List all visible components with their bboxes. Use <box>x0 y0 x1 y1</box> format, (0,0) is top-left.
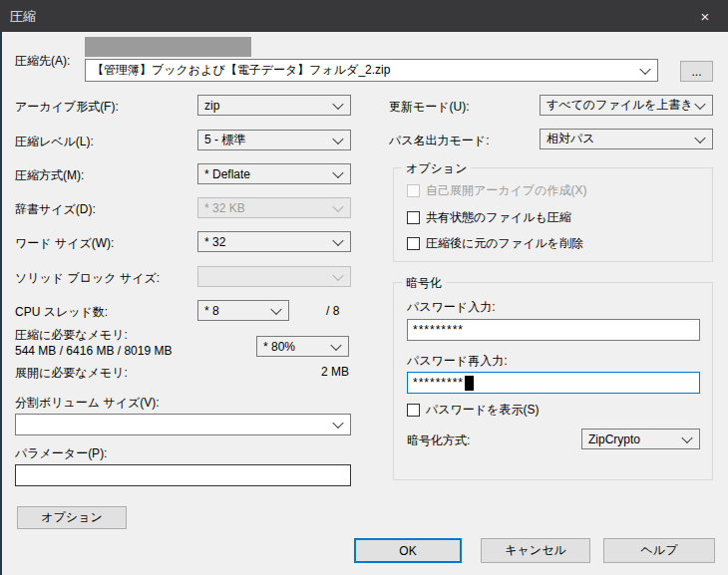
cpu-threads-max: / 8 <box>326 304 339 318</box>
encryption-method-label: 暗号化方式: <box>407 432 470 449</box>
split-volume-combobox[interactable] <box>15 414 351 435</box>
archive-name-combobox[interactable]: 【管理簿】ブックおよび【電子データ】フォルダ_2.zip <box>85 59 658 82</box>
help-button-label: ヘルプ <box>641 542 678 559</box>
sfx-checkbox-label: 自己展開アーカイブの作成(X) <box>426 182 586 199</box>
encryption-group-title: 暗号化 <box>402 275 446 292</box>
compression-method-combobox[interactable]: * Deflate <box>197 163 351 184</box>
password-value: ********* <box>413 323 464 337</box>
parameters-label: パラメーター(P): <box>15 445 107 462</box>
parameters-input[interactable] <box>15 464 351 486</box>
shared-files-checkbox-row[interactable]: 共有状態のファイルも圧縮 <box>407 209 571 226</box>
dialog-title: 圧縮 <box>10 8 36 26</box>
compression-level-label: 圧縮レベル(L): <box>15 134 94 150</box>
encryption-method-value: ZipCrypto <box>588 432 640 446</box>
word-size-combobox[interactable]: * 32 <box>197 231 351 252</box>
password-reenter-input[interactable]: ********* <box>407 372 700 394</box>
chevron-down-icon <box>270 303 281 314</box>
archive-format-label: アーカイブ形式(F): <box>15 99 119 116</box>
options-group-title: オプション <box>402 160 471 177</box>
chevron-down-icon <box>332 269 343 280</box>
chevron-down-icon <box>332 418 343 429</box>
compress-dialog: 圧縮 × 圧縮先(A): 【管理簿】ブックおよび【電子データ】フォルダ_2.zi… <box>0 0 728 575</box>
ok-button[interactable]: OK <box>354 538 462 563</box>
chevron-down-icon <box>694 98 705 109</box>
path-mode-combobox[interactable]: 相対パス <box>540 129 713 149</box>
delete-after-checkbox-label: 圧縮後に元のファイルを削除 <box>426 235 583 252</box>
chevron-down-icon <box>681 431 692 442</box>
dictionary-size-label: 辞書サイズ(D): <box>15 201 96 218</box>
compression-method-label: 圧縮方式(M): <box>15 167 84 184</box>
password-label: パスワード入力: <box>407 299 495 316</box>
compression-method-value: * Deflate <box>204 167 250 181</box>
ok-button-label: OK <box>399 544 416 558</box>
dictionary-size-combobox: * 32 KB <box>197 197 351 218</box>
title-bar: 圧縮 × <box>0 0 728 32</box>
update-mode-combobox[interactable]: すべてのファイルを上書き <box>540 95 713 116</box>
password-input[interactable]: ********* <box>407 319 700 341</box>
solid-block-size-combobox <box>197 266 351 287</box>
archive-format-value: zip <box>204 99 219 113</box>
memory-extract-value: 2 MB <box>321 365 349 379</box>
cpu-threads-combobox[interactable]: * 8 <box>197 300 289 321</box>
redacted-path <box>85 37 251 57</box>
memory-extract-label: 展開に必要なメモリ: <box>15 365 128 382</box>
options-button[interactable]: オプション <box>17 506 127 529</box>
chevron-down-icon <box>694 132 705 143</box>
sfx-checkbox <box>407 184 420 197</box>
show-password-checkbox-row[interactable]: パスワードを表示(S) <box>407 402 539 419</box>
dictionary-size-value: * 32 KB <box>204 201 245 215</box>
compression-level-value: 5 - 標準 <box>204 132 245 148</box>
update-mode-value: すべてのファイルを上書き <box>546 97 693 114</box>
close-icon: × <box>701 8 710 25</box>
chevron-down-icon <box>332 166 343 177</box>
cancel-button[interactable]: キャンセル <box>481 538 590 563</box>
browse-button[interactable]: ... <box>680 61 713 82</box>
update-mode-label: 更新モード(U): <box>389 99 470 116</box>
path-mode-label: パス名出力モード: <box>389 133 489 149</box>
show-password-checkbox-label: パスワードを表示(S) <box>426 402 539 419</box>
chevron-down-icon <box>332 98 343 109</box>
browse-label: ... <box>691 65 701 79</box>
show-password-checkbox[interactable] <box>407 404 420 417</box>
window-left-border <box>0 32 2 575</box>
chevron-down-icon <box>332 200 343 211</box>
text-cursor <box>465 376 474 391</box>
memory-compress-label: 圧縮に必要なメモリ: <box>15 327 128 344</box>
options-button-label: オプション <box>41 509 102 526</box>
close-button[interactable]: × <box>682 0 728 32</box>
cpu-threads-label: CPU スレッド数: <box>15 304 108 321</box>
compression-level-combobox[interactable]: 5 - 標準 <box>197 130 351 150</box>
password-reenter-label: パスワード再入力: <box>407 353 507 370</box>
destination-label: 圧縮先(A): <box>15 53 70 70</box>
chevron-down-icon <box>332 133 343 144</box>
sfx-checkbox-row: 自己展開アーカイブの作成(X) <box>407 182 586 199</box>
password-reenter-value: ********* <box>413 376 464 390</box>
delete-after-checkbox-row[interactable]: 圧縮後に元のファイルを削除 <box>407 235 583 252</box>
delete-after-checkbox[interactable] <box>407 237 420 250</box>
cpu-threads-value: * 8 <box>204 304 219 318</box>
solid-block-size-label: ソリッド ブロック サイズ: <box>15 270 160 287</box>
chevron-down-icon <box>330 339 341 350</box>
cancel-button-label: キャンセル <box>505 542 565 559</box>
memory-percent-combobox[interactable]: * 80% <box>256 336 349 357</box>
word-size-value: * 32 <box>204 235 225 249</box>
path-mode-value: 相対パス <box>546 131 595 147</box>
archive-format-combobox[interactable]: zip <box>197 95 351 116</box>
split-volume-label: 分割ボリューム サイズ(V): <box>15 395 160 412</box>
shared-files-checkbox-label: 共有状態のファイルも圧縮 <box>426 209 571 226</box>
encryption-method-combobox[interactable]: ZipCrypto <box>581 429 700 449</box>
chevron-down-icon <box>332 234 343 245</box>
shared-files-checkbox[interactable] <box>407 211 420 224</box>
word-size-label: ワード サイズ(W): <box>15 235 114 252</box>
memory-percent-value: * 80% <box>263 340 295 354</box>
chevron-down-icon <box>639 63 650 74</box>
help-button[interactable]: ヘルプ <box>603 538 715 563</box>
memory-compress-value: 544 MB / 6416 MB / 8019 MB <box>15 344 172 358</box>
archive-name-value: 【管理簿】ブックおよび【電子データ】フォルダ_2.zip <box>92 62 390 79</box>
